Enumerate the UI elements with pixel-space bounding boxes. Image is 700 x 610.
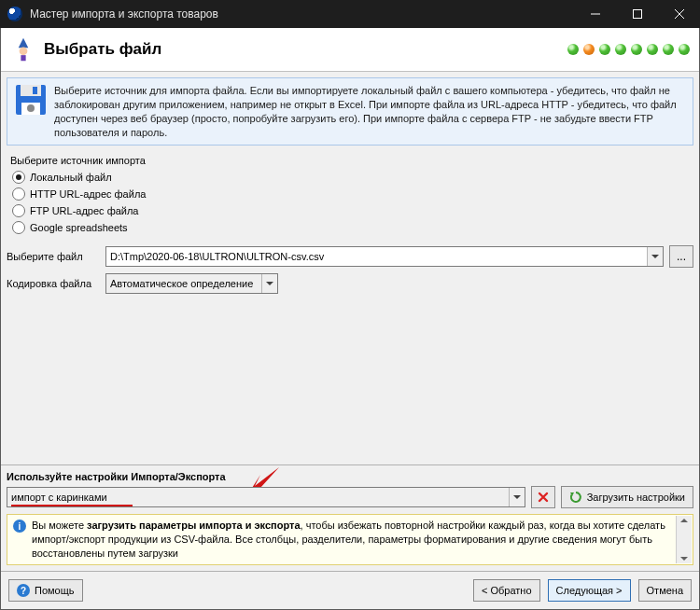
- radio-local-file[interactable]: Локальный файл: [10, 169, 690, 186]
- info-icon: i: [13, 520, 26, 533]
- back-label: < Обратно: [482, 585, 532, 596]
- delete-preset-button[interactable]: [531, 486, 555, 508]
- hint-scrollbar[interactable]: [676, 516, 692, 563]
- radio-icon: [12, 187, 25, 201]
- svg-rect-3: [21, 55, 25, 61]
- info-text: Выберите источник для импорта файла. Есл…: [54, 84, 685, 139]
- maximize-button[interactable]: [616, 0, 658, 28]
- close-button[interactable]: [658, 0, 700, 28]
- minimize-button[interactable]: [574, 0, 616, 28]
- window-controls: [574, 0, 700, 28]
- step-dot: [567, 44, 579, 55]
- titlebar: Мастер импорта и экспорта товаров: [0, 0, 700, 28]
- file-path-value: D:\Tmp\2020-06-18\ULTRON\ULTRON-csv.csv: [110, 251, 324, 262]
- preset-value: импорт с каринками: [11, 492, 107, 503]
- window-title: Мастер импорта и экспорта товаров: [30, 7, 574, 21]
- encoding-label: Кодировка файла: [7, 278, 100, 289]
- radio-icon: [12, 204, 25, 217]
- scroll-down-icon: [680, 557, 688, 561]
- page-title: Выбрать файл: [44, 40, 161, 59]
- settings-title: Используйте настройки Импорта/Экспорта: [7, 471, 693, 482]
- svg-rect-6: [33, 87, 37, 94]
- reload-icon: [569, 491, 582, 504]
- preset-select[interactable]: импорт с каринками: [7, 487, 525, 507]
- floppy-icon: [15, 84, 47, 116]
- scroll-up-icon: [680, 519, 688, 522]
- encoding-row: Кодировка файла Автоматическое определен…: [7, 273, 693, 294]
- help-label: Помощь: [35, 585, 75, 596]
- footer: ? Помощь < Обратно Следующая > Отмена: [1, 571, 699, 609]
- settings-row: импорт с каринками Загрузить настройки: [7, 486, 693, 508]
- radio-label: Google spreadsheets: [30, 222, 128, 233]
- step-dot: [679, 44, 690, 55]
- chevron-down-icon: [509, 488, 525, 506]
- svg-marker-1: [19, 38, 29, 49]
- step-dot: [663, 44, 674, 55]
- source-group: Выберите источник импорта Локальный файл…: [10, 155, 690, 236]
- radio-ftp-url[interactable]: FTP URL-адрес файла: [10, 202, 690, 219]
- next-label: Следующая >: [556, 585, 623, 596]
- svg-rect-0: [633, 10, 641, 19]
- client-area: Выбрать файл: [0, 28, 700, 610]
- step-dot: [615, 44, 626, 55]
- file-path-input[interactable]: D:\Tmp\2020-06-18\ULTRON\ULTRON-csv.csv: [105, 246, 664, 267]
- radio-icon: [12, 221, 25, 234]
- svg-rect-5: [21, 85, 41, 96]
- help-icon: ?: [17, 584, 30, 597]
- source-group-label: Выберите источник импорта: [10, 155, 690, 166]
- chevron-down-icon: [261, 274, 277, 293]
- file-row: Выберите файл D:\Tmp\2020-06-18\ULTRON\U…: [7, 245, 693, 268]
- svg-point-8: [27, 104, 35, 112]
- step-dot: [599, 44, 610, 55]
- radio-icon: [12, 171, 25, 184]
- file-dropdown-icon[interactable]: [647, 247, 663, 266]
- radio-label: FTP URL-адрес файла: [30, 205, 138, 216]
- radio-label: Локальный файл: [30, 172, 112, 183]
- app-icon: [7, 7, 22, 21]
- help-button[interactable]: ? Помощь: [8, 579, 83, 602]
- radio-google-sheets[interactable]: Google spreadsheets: [10, 219, 690, 236]
- hint-box: i Вы можете загрузить параметры импорта …: [7, 514, 693, 565]
- file-label: Выберите файл: [7, 251, 100, 262]
- browse-button[interactable]: ...: [669, 245, 693, 268]
- load-settings-label: Загрузить настройки: [587, 492, 685, 503]
- wizard-icon: [10, 36, 36, 62]
- step-dot: [647, 44, 658, 55]
- content-area: Выберите источник для импорта файла. Есл…: [1, 72, 699, 464]
- info-box: Выберите источник для импорта файла. Есл…: [7, 77, 693, 146]
- radio-label: HTTP URL-адрес файла: [30, 188, 146, 200]
- radio-http-url[interactable]: HTTP URL-адрес файла: [10, 186, 690, 202]
- step-indicator: [567, 44, 690, 55]
- step-dot: [631, 44, 642, 55]
- cancel-button[interactable]: Отмена: [638, 579, 692, 602]
- wizard-header: Выбрать файл: [1, 28, 699, 72]
- svg-point-2: [20, 47, 28, 55]
- encoding-value: Автоматическое определение: [110, 278, 253, 289]
- settings-section: Используйте настройки Импорта/Экспорта и…: [1, 464, 699, 571]
- step-dot-current: [583, 44, 595, 55]
- encoding-select[interactable]: Автоматическое определение: [105, 273, 278, 294]
- hint-text: Вы можете загрузить параметры импорта и …: [32, 519, 674, 561]
- wizard-window: Мастер импорта и экспорта товаров Выб: [0, 0, 700, 610]
- red-underline-annotation: [11, 505, 133, 506]
- back-button[interactable]: < Обратно: [473, 579, 540, 602]
- next-button[interactable]: Следующая >: [548, 579, 631, 602]
- cancel-label: Отмена: [647, 585, 683, 596]
- load-settings-button[interactable]: Загрузить настройки: [561, 486, 693, 508]
